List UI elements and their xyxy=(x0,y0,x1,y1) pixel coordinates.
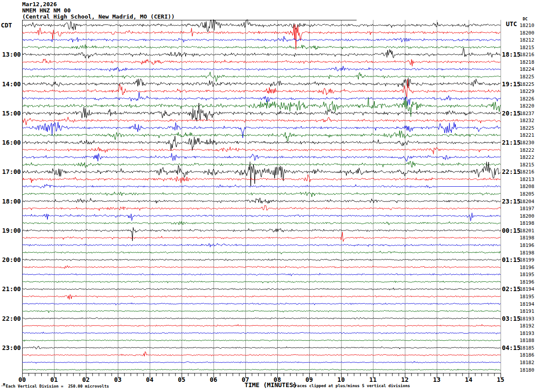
dc-offset-value: 18208 xyxy=(520,184,534,189)
seismogram-trace xyxy=(22,310,501,313)
seismogram-trace xyxy=(22,72,501,82)
dc-offset-value: 18191 xyxy=(520,308,534,314)
seismogram-trace xyxy=(22,295,501,300)
dc-offset-value: 18194 xyxy=(520,286,534,292)
seismogram-trace xyxy=(22,251,501,254)
seismogram-trace xyxy=(22,92,501,106)
cdt-hour-label: 20:00 xyxy=(0,256,21,263)
x-tick-label: 09 xyxy=(301,376,317,383)
dc-offset-value: 18198 xyxy=(520,250,534,256)
seismogram-trace xyxy=(22,19,501,32)
dc-offset-value: 18197 xyxy=(520,206,534,211)
dc-offset-value: 18194 xyxy=(520,301,534,307)
dc-offset-value: 18188 xyxy=(520,338,534,343)
seismogram-trace xyxy=(22,303,501,305)
dc-offset-value: 18198 xyxy=(520,220,534,226)
clip-note: Traces clipped at plus/minus 5 vertical … xyxy=(292,384,410,388)
seismogram-trace xyxy=(22,136,501,150)
seismogram-trace xyxy=(22,324,501,327)
seismogram-trace xyxy=(22,153,501,161)
header-station-location: (Central High School, New Madrid, MO (CE… xyxy=(22,14,175,20)
seismogram-trace xyxy=(22,221,501,225)
dc-offset-value: 18200 xyxy=(520,213,534,219)
utc-hour-label: 23:15 xyxy=(502,198,520,205)
cdt-hour-label: 17:00 xyxy=(0,168,21,175)
utc-hour-label: 18:15 xyxy=(502,51,520,58)
dc-offset-value: 18199 xyxy=(520,257,534,263)
cdt-hour-label: 14:00 xyxy=(0,81,21,88)
dc-offset-value: 18225 xyxy=(520,125,534,131)
dc-offset-value: 18196 xyxy=(520,265,534,270)
seismogram-trace xyxy=(22,281,501,283)
dc-offset-value: 18195 xyxy=(520,272,534,277)
seismogram-trace xyxy=(22,273,501,276)
seismogram-trace xyxy=(22,79,501,97)
seismogram-trace xyxy=(22,288,501,290)
x-tick-label: 03 xyxy=(110,376,126,383)
seismogram-trace xyxy=(22,184,501,188)
dc-offset-value: 18222 xyxy=(520,147,534,153)
dc-offset-value: 18215 xyxy=(520,162,534,168)
dc-offset-value: 18204 xyxy=(520,199,534,204)
seismogram-trace xyxy=(22,131,501,142)
x-tick-label: 04 xyxy=(142,376,158,383)
dc-offset-value: 18200 xyxy=(520,30,534,36)
dc-offset-value: 18216 xyxy=(520,169,534,175)
right-timezone-label: UTC xyxy=(506,20,517,27)
x-tick-label: 02 xyxy=(78,376,94,383)
seismogram-trace xyxy=(22,265,501,269)
seismogram-trace xyxy=(22,332,501,334)
dc-offset-value: 18215 xyxy=(520,45,534,50)
utc-hour-label: 20:15 xyxy=(502,110,520,117)
dc-offset-value: 18229 xyxy=(520,88,534,94)
seismogram-trace xyxy=(22,339,501,341)
seismogram-trace xyxy=(22,346,501,349)
seismogram-trace xyxy=(22,162,501,186)
seismogram-trace xyxy=(22,232,501,242)
seismogram-trace xyxy=(22,48,501,58)
cdt-hour-label: 16:00 xyxy=(0,139,21,146)
dc-offset-value: 18225 xyxy=(520,81,534,87)
cdt-hour-label: 15:00 xyxy=(0,110,21,117)
dc-offset-value: 18185 xyxy=(520,345,534,351)
utc-hour-label: 03:15 xyxy=(502,315,520,322)
dc-offset-value: 18180 xyxy=(520,367,534,373)
dc-offset-value: 18226 xyxy=(520,96,534,102)
x-tick-label: 11 xyxy=(365,376,381,383)
seismogram-trace xyxy=(22,147,501,154)
cdt-hour-label: 19:00 xyxy=(0,227,21,234)
dc-offset-value: 18221 xyxy=(520,132,534,138)
helicorder-page: Mar12,2026 NMEM HNZ NM 00 (Central High … xyxy=(0,0,536,392)
x-tick-label: 01 xyxy=(46,376,62,383)
dc-offset-value: 18232 xyxy=(520,118,534,123)
dc-offset-value: 18213 xyxy=(520,177,534,182)
utc-hour-label: 02:15 xyxy=(502,285,520,292)
utc-hour-label: 19:15 xyxy=(502,81,520,88)
dc-offset-value: 18218 xyxy=(520,59,534,65)
cdt-hour-label: 21:00 xyxy=(0,285,21,292)
seismogram-trace xyxy=(22,161,501,167)
dc-offset-value: 18201 xyxy=(520,228,534,234)
seismogram-trace xyxy=(22,361,501,364)
seismogram-trace xyxy=(22,227,501,241)
utc-hour-label: 00:15 xyxy=(502,227,520,234)
x-tick-label: 06 xyxy=(206,376,221,383)
seismogram-trace xyxy=(22,369,501,371)
dc-offset-value: 18182 xyxy=(520,360,534,365)
header-station-code: NMEM HNZ NM 00 xyxy=(22,8,71,14)
time-axis-label: TIME (MINUTES) xyxy=(245,381,297,388)
dc-offset-value: 18195 xyxy=(520,294,534,300)
dc-offset-value: 18222 xyxy=(520,154,534,160)
header-date: Mar12,2026 xyxy=(22,1,57,8)
seismogram-trace xyxy=(22,36,501,42)
dc-offset-value: 18210 xyxy=(520,23,534,28)
seismogram-trace xyxy=(22,198,501,204)
cdt-hour-label: 13:00 xyxy=(0,51,21,58)
seismogram-plot xyxy=(22,19,501,380)
x-tick-label: 14 xyxy=(461,376,477,383)
seismogram-trace xyxy=(22,259,501,261)
seismogram-trace xyxy=(22,59,501,66)
seismogram-trace xyxy=(22,24,501,50)
dc-column-header: DC xyxy=(523,17,528,21)
seismogram-trace xyxy=(22,192,501,197)
